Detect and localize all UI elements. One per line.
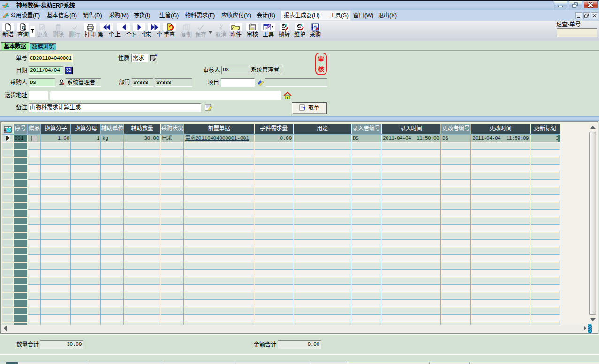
- svg-text:S: S: [285, 23, 287, 28]
- svg-text:S: S: [300, 23, 303, 28]
